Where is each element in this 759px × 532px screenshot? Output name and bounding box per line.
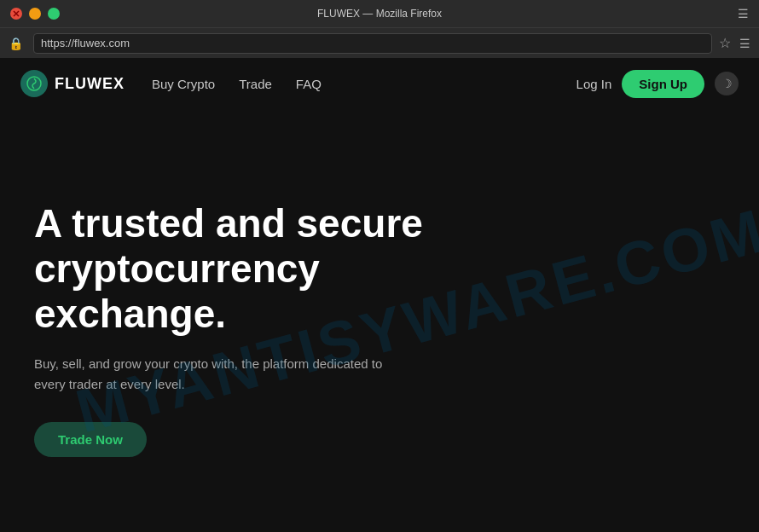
hero-title: A trusted and secure cryptocurrency exch… [34, 201, 443, 337]
window-title: FLUWEX — Mozilla Firefox [317, 8, 442, 20]
minimize-button[interactable] [29, 8, 41, 20]
theme-toggle-button[interactable]: ☽ [715, 72, 739, 95]
address-bar: 🔒 ☆ ☰ [0, 27, 759, 58]
window-controls[interactable] [10, 8, 60, 20]
security-icon: 🔒 [9, 37, 23, 50]
nav-actions: Log In Sign Up ☽ [576, 70, 739, 98]
nav-trade[interactable]: Trade [239, 77, 272, 91]
signup-button[interactable]: Sign Up [622, 70, 704, 98]
login-button[interactable]: Log In [576, 77, 612, 91]
close-button[interactable] [10, 8, 22, 20]
address-bar-actions: ☆ ☰ [719, 35, 750, 51]
title-bar-right: ☰ [738, 7, 749, 20]
maximize-button[interactable] [48, 8, 60, 20]
logo-icon [20, 70, 48, 97]
title-bar: FLUWEX — Mozilla Firefox ☰ [0, 0, 759, 27]
nav-faq[interactable]: FAQ [296, 77, 322, 91]
website-content: FLUWEX Buy Crypto Trade FAQ Log In Sign … [0, 58, 759, 532]
menu-icon[interactable]: ☰ [738, 7, 749, 20]
hero-section: MYANTISYWARE.COM A trusted and secure cr… [0, 109, 759, 532]
browser-chrome: FLUWEX — Mozilla Firefox ☰ 🔒 ☆ ☰ [0, 0, 759, 58]
trade-now-button[interactable]: Trade Now [34, 422, 147, 457]
nav-logo[interactable]: FLUWEX [20, 70, 125, 97]
hamburger-menu-icon[interactable]: ☰ [739, 37, 750, 50]
nav-links: Buy Crypto Trade FAQ [152, 77, 576, 91]
hero-subtitle: Buy, sell, and grow your crypto with, th… [34, 354, 392, 395]
url-input[interactable] [33, 33, 712, 54]
bookmark-icon[interactable]: ☆ [719, 35, 731, 51]
navbar: FLUWEX Buy Crypto Trade FAQ Log In Sign … [0, 58, 759, 109]
nav-buy-crypto[interactable]: Buy Crypto [152, 77, 215, 91]
theme-icon: ☽ [721, 77, 733, 90]
logo-text: FLUWEX [55, 75, 125, 93]
